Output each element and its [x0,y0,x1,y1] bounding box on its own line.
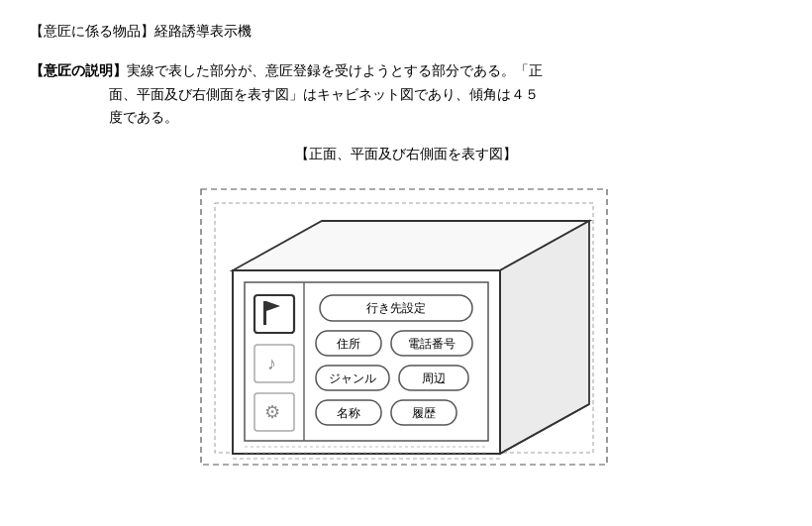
design-description-block: 【意匠の説明】 実線で表した部分が、意匠登録を受けようとする部分である。「正 面… [30,59,782,130]
svg-text:ジャンル: ジャンル [329,371,376,385]
svg-rect-10 [263,301,266,325]
svg-text:電話番号: 電話番号 [408,337,456,351]
svg-text:住所: 住所 [336,337,360,351]
svg-text:♪: ♪ [267,354,276,373]
svg-text:履歴: 履歴 [412,406,436,420]
svg-text:行き先設定: 行き先設定 [366,301,426,315]
product-title: 【意匠に係る物品】経路誘導表示機 [30,23,252,39]
page-container: 【意匠に係る物品】経路誘導表示機 【意匠の説明】 実線で表した部分が、意匠登録を… [30,20,782,473]
figure-area: ♪ ⚙ 行き先設定 住所 電話番号 ジャンル 周辺 名称 履歴 [30,181,782,473]
desc-line-3: 度である。 [109,106,782,130]
svg-text:⚙: ⚙ [264,402,280,422]
product-title-block: 【意匠に係る物品】経路誘導表示機 [30,20,782,44]
desc-line-1: 実線で表した部分が、意匠登録を受けようとする部分である。「正 [127,59,782,83]
svg-text:周辺: 周辺 [422,371,446,385]
figure-title: 【正面、平面及び右側面を表す図】 [30,146,782,163]
desc-label: 【意匠の説明】 [30,59,127,83]
svg-text:名称: 名称 [337,406,360,420]
desc-line-2: 面、平面及び右側面を表す図」はキャビネット図であり、傾角は４５ [109,83,782,107]
svg-rect-9 [254,295,294,333]
cabinet-svg: ♪ ⚙ 行き先設定 住所 電話番号 ジャンル 周辺 名称 履歴 [193,181,619,473]
